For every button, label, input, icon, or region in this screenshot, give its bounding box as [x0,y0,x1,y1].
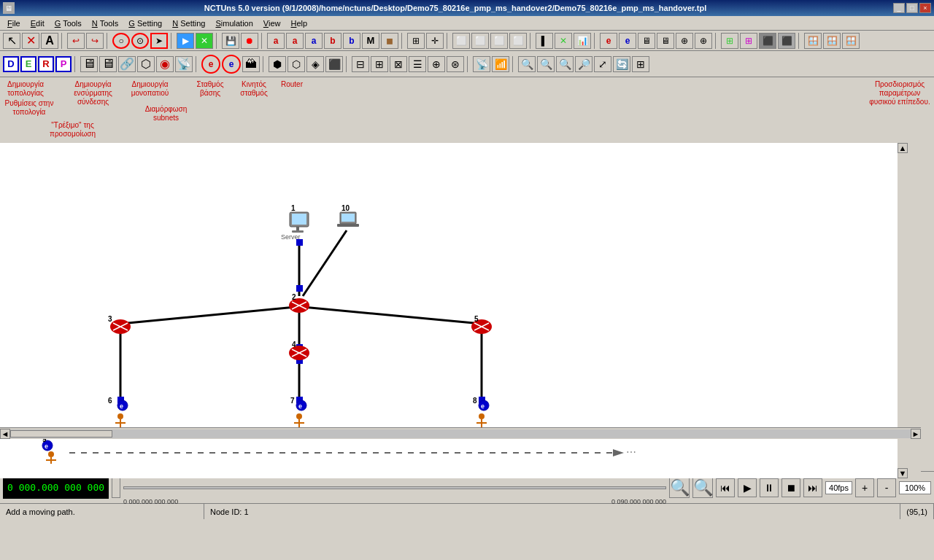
tb-r3[interactable]: ⬜ [490,33,508,49]
tb-r2[interactable]: ⬜ [471,33,489,49]
tb-a1[interactable]: a [267,33,285,49]
node-host[interactable]: 🖥 [80,56,98,72]
tb-x1[interactable]: ✕ [555,33,572,49]
tb-exl1[interactable]: ⊞ [721,33,738,49]
tb-bar1[interactable]: ▌ [536,33,553,49]
tb-link3[interactable]: ⊠ [390,56,407,72]
tb-cross[interactable]: ✛ [426,33,444,49]
hscroll-left[interactable]: ◄ [0,429,10,439]
playback-stop[interactable]: ⏹ [781,478,800,497]
tb-a3[interactable]: a [305,33,323,49]
derp-r[interactable]: R [38,56,54,72]
derp-p[interactable]: P [55,56,72,72]
tb-r4[interactable]: ⬜ [509,33,527,49]
tb-bar2[interactable]: 📊 [574,33,591,49]
menu-help[interactable]: Help [287,18,312,29]
tb-m1[interactable]: M [362,33,379,49]
hscroll-track[interactable] [10,429,911,438]
undo-tool[interactable]: ↩ [67,33,85,49]
menu-simulation[interactable]: Simulation [211,18,257,29]
circle-e2[interactable]: e [222,55,241,74]
node-hub[interactable]: 🔗 [118,56,136,72]
tb-ms4[interactable]: ⊕ [695,33,712,49]
close-button[interactable]: × [919,3,931,13]
tb-link1[interactable]: ⊟ [352,56,369,72]
hscroll-right[interactable]: ► [911,429,921,439]
fps-plus[interactable]: + [855,478,874,497]
maximize-button[interactable]: □ [906,3,918,13]
tb-net4[interactable]: ⬛ [325,56,343,72]
fps-minus[interactable]: - [877,478,896,497]
node-switch[interactable]: ⬡ [137,56,155,72]
node-router[interactable]: ◉ [156,56,174,72]
tb-record[interactable]: ⏺ [241,33,258,49]
tb-zoom-in2[interactable]: 🔍 [537,56,555,72]
tb-link6[interactable]: ⊛ [447,56,464,72]
window-controls[interactable]: _ □ × [893,3,931,13]
minimize-button[interactable]: _ [893,3,905,13]
tb-link5[interactable]: ⊕ [428,56,445,72]
playback-skip-end[interactable]: ⏭ [803,478,822,497]
select-tool[interactable]: ↖ [3,33,20,49]
tb-ms1[interactable]: 🖥 [638,33,655,49]
derp-d[interactable]: D [3,56,19,72]
tb-link2[interactable]: ⊞ [371,56,388,72]
menu-view[interactable]: View [259,18,285,29]
tb-net3[interactable]: ◈ [306,56,324,72]
tb-link4[interactable]: ☰ [409,56,426,72]
menu-gsetting[interactable]: G Setting [124,18,166,29]
tb-green-1[interactable]: ✕ [196,33,213,49]
menu-file[interactable]: File [3,18,25,29]
tb-b2[interactable]: b [343,33,360,49]
menu-gtools[interactable]: G Tools [50,18,86,29]
playback-play[interactable]: ▶ [738,478,757,497]
node-wireless[interactable]: 📡 [175,56,193,72]
tb-win2[interactable]: 🪟 [823,33,841,49]
playback-skip-start[interactable]: ⏮ [716,478,735,497]
hscrollbar[interactable]: ◄ ► [0,427,921,439]
tb-a2[interactable]: a [286,33,304,49]
node-host2[interactable]: 🖥 [99,56,117,72]
zoom-out-button[interactable]: 🔍 [692,478,713,498]
tb-grid2[interactable]: ⊞ [632,56,649,72]
tb-save[interactable]: 💾 [222,33,239,49]
tb-ms2[interactable]: 🖥 [657,33,674,49]
tb-grid[interactable]: ⊞ [407,33,425,49]
tb-gray2[interactable]: ⬛ [778,33,795,49]
tb-zoom-out2[interactable]: 🔎 [575,56,593,72]
tb-net2[interactable]: ⬡ [287,56,305,72]
menu-edit[interactable]: Edit [26,18,49,29]
tb-bs2[interactable]: 📶 [492,56,509,72]
tb-exl2[interactable]: ⊞ [740,33,757,49]
tb-zoom-fit[interactable]: ⤢ [594,56,611,72]
time-thumb[interactable] [112,478,120,498]
tb-win1[interactable]: 🪟 [804,33,822,49]
menu-nsetting[interactable]: N Setting [168,18,209,29]
tb-win3[interactable]: 🪟 [842,33,860,49]
tb-e2[interactable]: e [619,33,636,49]
tb-cube[interactable]: ◼ [381,33,398,49]
tb-img1[interactable]: 🏔 [242,56,260,72]
text-tool[interactable]: A [41,33,58,49]
circle-e1[interactable]: e [201,55,220,74]
hscroll-thumb[interactable] [10,430,112,438]
tb-net1[interactable]: ⬢ [269,56,286,72]
tb-zoom-in[interactable]: 🔍 [518,56,536,72]
circle-tool-2[interactable]: ⊙ [131,33,149,49]
tb-zoom-out[interactable]: 🔍 [556,56,574,72]
zoom-in-button[interactable]: 🔍 [669,478,690,498]
tb-r1[interactable]: ⬜ [452,33,470,49]
redo-tool[interactable]: ↪ [86,33,104,49]
timeline-track[interactable]: 0 000.000 000 000 0 090.000 000 000 [123,481,666,495]
tb-ms3[interactable]: ⊕ [676,33,693,49]
tb-b1[interactable]: b [324,33,341,49]
tb-gray1[interactable]: ⬛ [759,33,776,49]
tb-bs1[interactable]: 📡 [473,56,490,72]
arrow-tool[interactable]: ➤ [150,33,168,49]
circle-tool-1[interactable]: ○ [112,33,130,49]
tb-refresh[interactable]: 🔄 [613,56,630,72]
playback-pause[interactable]: ⏸ [760,478,779,497]
tb-e1[interactable]: e [600,33,617,49]
derp-e[interactable]: E [20,56,36,72]
delete-tool[interactable]: ✕ [22,33,39,49]
